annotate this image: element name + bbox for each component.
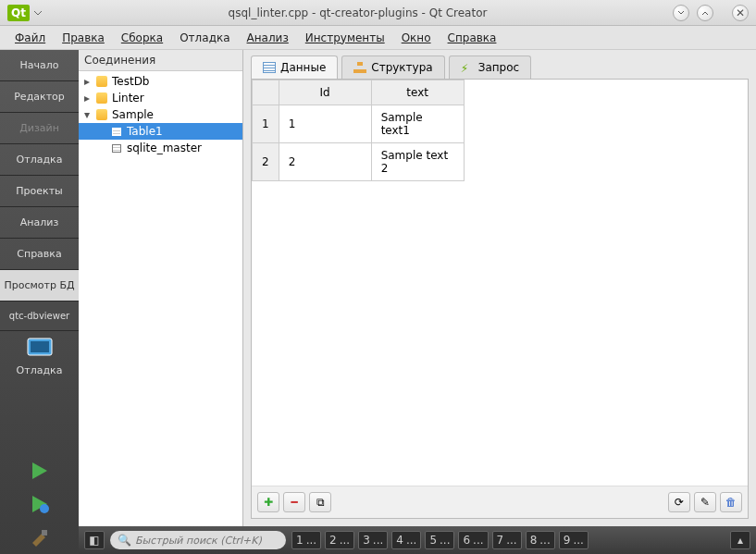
tab-bar: Данные Структура ⚡ Запрос [243,50,756,79]
output-pane-1[interactable]: 1... [291,531,321,549]
menu-edit[interactable]: Правка [55,28,112,48]
connections-tree[interactable]: ▸ TestDb ▸ Linter ▾ Sample [79,71,242,526]
output-pane-9[interactable]: 9... [559,531,589,549]
expand-icon[interactable]: ▸ [84,75,95,88]
output-pane-5[interactable]: 5... [425,531,454,549]
statusbar: ◧ 🔍 1...2...3...4...5...6...7...8...9...… [79,526,756,554]
add-row-button[interactable]: ✚ [257,492,279,512]
mode-help[interactable]: Справка [0,239,79,270]
cell-id[interactable]: 1 [279,105,371,143]
output-pane-8[interactable]: 8... [526,531,555,549]
row-number: 2 [253,143,279,181]
quick-search[interactable]: 🔍 [110,531,286,549]
minimize-button[interactable] [673,5,689,21]
copy-button[interactable]: ⧉ [309,492,331,512]
toggle-sidebar-button[interactable]: ◧ [84,531,105,549]
output-pane-4[interactable]: 4... [391,531,421,549]
mode-editor[interactable]: Редактор [0,81,79,113]
row-number: 1 [253,105,279,143]
menu-file[interactable]: Файл [7,28,53,48]
refresh-button[interactable]: ⟳ [668,492,690,512]
mode-debug[interactable]: Отладка [0,144,79,176]
mode-design: Дизайн [0,113,79,144]
menu-build[interactable]: Сборка [114,28,170,48]
collapse-icon[interactable]: ▾ [84,108,95,121]
window-title: qsql_linter.cpp - qt-creator-plugins - Q… [43,6,673,19]
mode-welcome[interactable]: Начало [0,50,79,81]
tab-query[interactable]: ⚡ Запрос [449,55,531,79]
kit-selector[interactable]: qtc-dbviewer [0,302,79,331]
output-pane-6[interactable]: 6... [458,531,488,549]
cell-id[interactable]: 2 [279,143,371,181]
build-button[interactable] [0,521,79,554]
svg-rect-1 [31,341,49,352]
column-header-text[interactable]: text [371,80,464,105]
tree-header: Соединения [79,50,242,71]
database-icon [96,109,107,120]
database-icon [96,92,107,104]
maximize-button[interactable] [697,5,713,21]
data-icon [263,62,276,73]
menu-window[interactable]: Окно [394,28,439,48]
output-pane-3[interactable]: 3... [358,531,388,549]
expand-icon[interactable]: ▸ [84,92,95,105]
tree-node-linter[interactable]: ▸ Linter [79,90,242,106]
menu-tools[interactable]: Инструменты [298,28,392,48]
cell-text[interactable]: Sample text1 [371,105,464,143]
table-row[interactable]: 1 1 Sample text1 [253,105,465,143]
run-button[interactable] [0,454,79,487]
tab-structure[interactable]: Структура [341,55,444,79]
up-button[interactable]: ▴ [730,531,750,549]
data-table[interactable]: Id text 1 1 Sample text1 2 [252,80,465,181]
quick-search-input[interactable] [135,535,279,547]
cell-text[interactable]: Sample text 2 [371,143,464,181]
tree-node-sample[interactable]: ▾ Sample [79,106,242,123]
table-row[interactable]: 2 2 Sample text 2 [253,143,465,181]
table-icon [112,144,121,153]
dropdown-icon[interactable] [33,8,43,18]
search-icon: 🔍 [118,534,131,547]
table-icon [112,128,121,136]
output-pane-7[interactable]: 7... [492,531,522,549]
close-button[interactable]: ✕ [732,5,749,21]
menu-debug[interactable]: Отладка [172,28,237,48]
menubar: Файл Правка Сборка Отладка Анализ Инстру… [0,26,756,50]
structure-icon [353,62,366,73]
svg-rect-3 [42,530,47,536]
edit-button[interactable]: ✎ [694,492,716,512]
menu-analyze[interactable]: Анализ [240,28,296,48]
window-titlebar: Qt qsql_linter.cpp - qt-creator-plugins … [0,0,756,26]
target-label: Отладка [0,364,79,386]
run-debug-button[interactable] [0,487,79,521]
row-header-corner [253,80,279,105]
database-icon [96,76,107,87]
svg-point-2 [40,504,49,513]
menu-help[interactable]: Справка [440,28,504,48]
tree-node-testdb[interactable]: ▸ TestDb [79,73,242,90]
trash-button[interactable]: 🗑 [720,492,742,512]
app-icon: Qt [7,5,30,21]
mode-dbviewer[interactable]: Просмотр БД [0,270,79,302]
column-header-id[interactable]: Id [279,80,371,105]
tab-data[interactable]: Данные [251,55,338,79]
target-icon[interactable] [0,331,79,364]
tree-node-sqlite-master[interactable]: sqlite_master [79,140,242,156]
mode-sidebar: Начало Редактор Дизайн Отладка Проекты А… [0,50,79,554]
delete-row-button[interactable]: ━ [283,492,305,512]
mode-analyze[interactable]: Анализ [0,207,79,239]
tree-node-table1[interactable]: Table1 [79,123,242,140]
mode-projects[interactable]: Проекты [0,176,79,207]
query-icon: ⚡ [461,62,474,73]
output-pane-2[interactable]: 2... [325,531,354,549]
table-toolbar: ✚ ━ ⧉ ⟳ ✎ 🗑 [252,486,748,518]
